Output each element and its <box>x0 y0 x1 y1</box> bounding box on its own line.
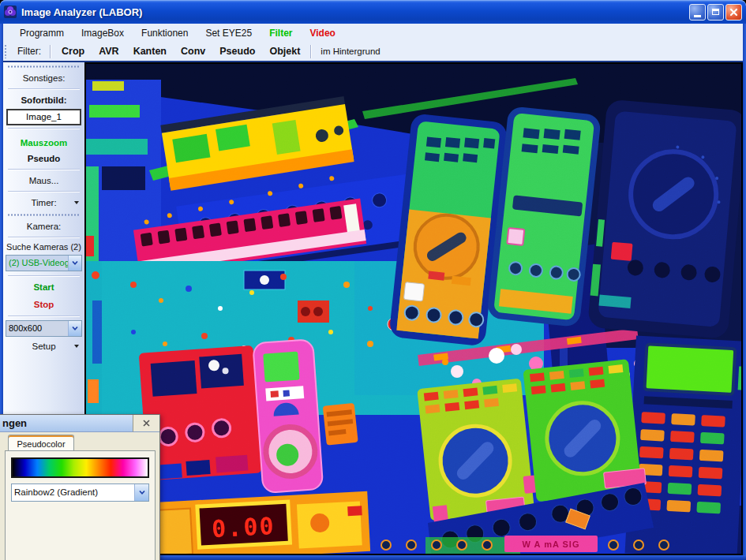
gradient-select-value: Rainbow2 (Gradient) <box>12 484 134 501</box>
resolution-select[interactable]: 800x600 <box>6 320 82 337</box>
start-button[interactable]: Start <box>3 280 84 294</box>
timer-label: Timer: <box>31 198 56 207</box>
toolbar-avr-button[interactable]: AVR <box>92 46 126 57</box>
dropdown-arrow-icon <box>74 201 79 204</box>
resolution-select-value: 800x600 <box>6 321 68 336</box>
divider <box>8 275 80 277</box>
mauszoom-button[interactable]: Mauszoom <box>3 135 84 151</box>
maximize-icon <box>712 9 719 15</box>
tab-pseudocolor[interactable]: Pseudocolor <box>8 435 74 451</box>
menu-filter[interactable]: Filter <box>261 28 301 39</box>
camera-select[interactable]: (2) USB-Videoge <box>6 255 82 271</box>
toolbar-objekt-button[interactable]: Objekt <box>262 46 307 57</box>
close-button[interactable] <box>725 4 742 21</box>
divider <box>8 169 80 170</box>
maximize-button[interactable] <box>707 4 724 21</box>
chevron-down-icon[interactable] <box>68 321 81 336</box>
setup-dropdown-button[interactable]: Setup <box>3 338 84 354</box>
pseudocolor-dialog: ngen Pseudocolor Rainbow2 (Gradient) <box>0 414 160 560</box>
title-bar: Image Analyzer (LABOR) <box>0 0 746 24</box>
dialog-close-button[interactable] <box>133 415 159 432</box>
divider <box>8 315 80 317</box>
window-border-right <box>743 24 746 560</box>
pseudocolor-image[interactable]: 0.00 <box>86 64 741 554</box>
app-window: Image Analyzer (LABOR) Programm ImageBox… <box>0 0 746 560</box>
dialog-title-bar[interactable]: ngen <box>0 415 159 432</box>
toolbar-filter-label: Filter: <box>12 46 47 57</box>
toolbar-kanten-button[interactable]: Kanten <box>126 46 174 57</box>
maus-button[interactable]: Maus... <box>3 173 84 189</box>
toolbar-conv-button[interactable]: Conv <box>174 46 212 57</box>
menu-imagebox[interactable]: ImageBox <box>73 28 133 39</box>
minimize-icon <box>694 15 701 17</box>
noise-overlay <box>86 64 741 554</box>
toolbar-pseudo-button[interactable]: Pseudo <box>212 46 262 57</box>
toolbar-separator <box>310 45 312 58</box>
kamera-button[interactable]: Kamera: <box>3 218 84 234</box>
timer-dropdown-button[interactable]: Timer: <box>3 195 84 211</box>
dropdown-arrow-icon <box>74 345 79 348</box>
window-title: Image Analyzer (LABOR) <box>21 6 689 18</box>
toolbar-background-label[interactable]: im Hintergrund <box>315 47 385 56</box>
camera-select-value: (2) USB-Videoge <box>6 256 68 271</box>
menu-video[interactable]: Video <box>301 28 343 39</box>
image-name-box[interactable]: Image_1 <box>6 109 81 125</box>
divider <box>8 237 80 238</box>
minimize-button[interactable] <box>689 4 706 21</box>
chevron-down-icon[interactable] <box>134 484 148 501</box>
pseudocolor-gradient-bar[interactable] <box>11 457 149 478</box>
sidebar-grip-icon[interactable] <box>7 213 81 217</box>
pseudocolor-panel: Rainbow2 (Gradient) <box>5 450 156 560</box>
suche-kameras-button[interactable]: Suche Kameras (2) <box>3 241 84 253</box>
divider <box>8 128 80 129</box>
dialog-title-text: ngen <box>0 415 133 432</box>
chevron-down-icon[interactable] <box>68 256 81 271</box>
filter-toolbar: Filter: Crop AVR Kanten Conv Pseudo Obje… <box>0 42 746 62</box>
menu-programm[interactable]: Programm <box>11 28 73 39</box>
sonstiges-button[interactable]: Sonstiges: <box>3 70 84 86</box>
sidebar-grip-icon[interactable] <box>7 65 81 69</box>
divider <box>8 88 80 90</box>
toolbar-separator <box>50 45 51 58</box>
close-icon <box>142 419 151 427</box>
gradient-select[interactable]: Rainbow2 (Gradient) <box>11 483 149 502</box>
sofortbild-label: Sofortbild: <box>3 92 84 108</box>
menu-set-eye25[interactable]: Set EYE25 <box>197 28 261 39</box>
menu-bar: Programm ImageBox Funktionen Set EYE25 F… <box>0 24 746 42</box>
stop-button[interactable]: Stop <box>3 297 84 312</box>
menu-funktionen[interactable]: Funktionen <box>133 28 197 39</box>
app-icon <box>4 6 17 18</box>
toolbar-grip-icon[interactable] <box>4 44 8 58</box>
setup-label: Setup <box>32 342 55 351</box>
pseudo-button[interactable]: Pseudo <box>3 151 84 166</box>
close-icon <box>729 8 738 17</box>
divider <box>8 191 80 192</box>
image-frame: 0.00 <box>84 62 743 555</box>
toolbar-crop-button[interactable]: Crop <box>54 46 92 57</box>
